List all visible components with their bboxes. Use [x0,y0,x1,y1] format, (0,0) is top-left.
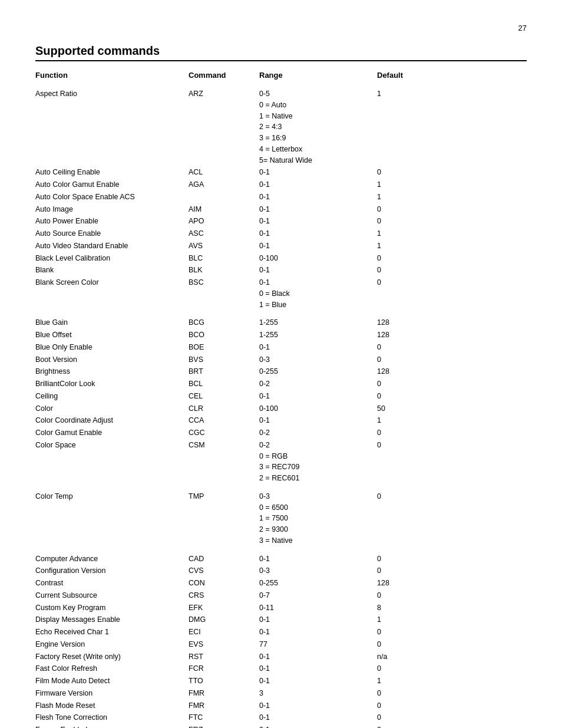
table-row: ContrastCON0-255128 [35,577,527,589]
cell-function: Auto Video Standard Enable [35,241,189,252]
table-row: Color TempTMP0-30 = 65001 = 75002 = 9300… [35,490,527,547]
cell-function: Factory Reset (Write only) [35,651,189,663]
table-row: Auto Color Gamut EnableAGA0-11 [35,179,527,191]
cell-range: 0-1 [259,663,377,674]
cell-command: ASC [189,228,259,239]
cell-function: Black Level Calibration [35,253,189,264]
table-row: BlankBLK0-10 [35,264,527,276]
cell-function: Blue Gain [35,317,189,328]
cell-command: BCO [189,330,259,341]
cell-default: 0 [377,565,436,577]
cell-range: 0-255 [259,366,377,377]
cell-default: 1 [377,415,436,426]
table-row: Auto Video Standard EnableAVS0-11 [35,240,527,252]
cell-range: 0-1 [259,204,377,215]
cell-default: 0 [377,700,436,711]
table-row: Auto Power EnableAPO0-10 [35,215,527,228]
cell-function: Brightness [35,366,189,377]
cell-range: 0-3 [259,565,377,577]
cell-range: 0-1 [259,676,377,687]
cell-command: BCG [189,317,259,328]
cell-command: TTO [189,676,259,687]
cell-default: 0 [377,627,436,638]
cell-range: 0-1 [259,179,377,190]
table-spacer [35,485,527,490]
cell-range: 0-11 [259,602,377,614]
table-row: Color Coordinate AdjustCCA0-11 [35,414,527,427]
cell-range: 0-1 [259,391,377,402]
cell-function: Auto Color Space Enable ACS [35,192,189,203]
cell-range: 0-1 [259,228,377,239]
cell-command: BSC [189,277,259,288]
cell-range: 0-1 [259,700,377,711]
cell-range: 0-1 [259,192,377,203]
cell-function: Color Space [35,440,189,451]
cell-default: 1 [377,88,436,100]
cell-command: AIM [189,204,259,215]
cell-default: 1 [377,241,436,252]
table-row: Black Level CalibrationBLC0-1000 [35,252,527,265]
table-row: Custom Key ProgramEFK0-118 [35,602,527,614]
cell-command: BVS [189,354,259,365]
cell-range: 0-50 = Auto1 = Native2 = 4:33 = 16:94 = … [259,88,377,166]
cell-function: Color Temp [35,491,189,502]
cell-default: 0 [377,724,436,728]
cell-range: 0-1 [259,724,377,728]
cell-function: Color Coordinate Adjust [35,415,189,426]
cell-default: 0 [377,204,436,215]
cell-default: 0 [377,167,436,178]
table-body: Aspect RatioARZ0-50 = Auto1 = Native2 = … [35,88,527,728]
cell-command: FCR [189,663,259,674]
table-row: Echo Received Char 1ECI0-10 [35,626,527,638]
table-row: Blank Screen ColorBSC0-10 = Black1 = Blu… [35,276,527,311]
cell-range: 0-1 [259,554,377,565]
cell-default: n/a [377,651,436,663]
cell-command: CON [189,578,259,589]
cell-default: 1 [377,614,436,625]
cell-range: 77 [259,639,377,650]
cell-default: 0 [377,265,436,276]
cell-command: AGA [189,179,259,190]
cell-range: 0-1 [259,241,377,252]
cell-command: RST [189,651,259,663]
cell-range: 0-1 [259,216,377,227]
cell-function: Current Subsource [35,590,189,601]
cell-range: 0-20 = RGB3 = REC7092 = REC601 [259,440,377,484]
table-row: Blue OffsetBCO1-255128 [35,329,527,341]
cell-command: ACL [189,167,259,178]
cell-range: 0-1 [259,614,377,625]
cell-default: 0 [377,688,436,699]
cell-command: TMP [189,491,259,502]
cell-function: Auto Ceiling Enable [35,167,189,178]
cell-function: Ceiling [35,391,189,402]
cell-command: CGC [189,427,259,439]
cell-command: CRS [189,590,259,601]
table-row: Computer AdvanceCAD0-10 [35,553,527,565]
cell-default: 0 [377,663,436,674]
table-row: Auto Ceiling EnableACL0-10 [35,166,527,179]
cell-default: 0 [377,554,436,565]
cell-default: 0 [377,440,436,451]
table-row: Color Gamut EnableCGC0-20 [35,427,527,439]
header-range: Range [259,71,377,80]
table-row: Firmware VersionFMR30 [35,687,527,700]
cell-function: Flesh Tone Correction [35,712,189,723]
table-row: BrilliantColor LookBCL0-20 [35,378,527,390]
cell-command: CAD [189,554,259,565]
table-header: Function Command Range Default [35,71,527,83]
cell-function: BrilliantColor Look [35,378,189,390]
table-row: Flesh Tone CorrectionFTC0-10 [35,711,527,724]
cell-command: FRZ [189,724,259,728]
cell-default: 1 [377,179,436,190]
cell-function: Film Mode Auto Detect [35,676,189,687]
cell-default: 0 [377,427,436,439]
cell-default: 0 [377,378,436,390]
cell-function: Color [35,403,189,414]
table-row: Factory Reset (Write only)RST0-1n/a [35,651,527,663]
cell-default: 0 [377,590,436,601]
cell-command: FTC [189,712,259,723]
table-row: BrightnessBRT0-255128 [35,365,527,378]
cell-range: 0-30 = 65001 = 75002 = 93003 = Native [259,491,377,546]
table-row: Blue Only EnableBOE0-10 [35,341,527,354]
cell-range: 0-1 [259,342,377,353]
